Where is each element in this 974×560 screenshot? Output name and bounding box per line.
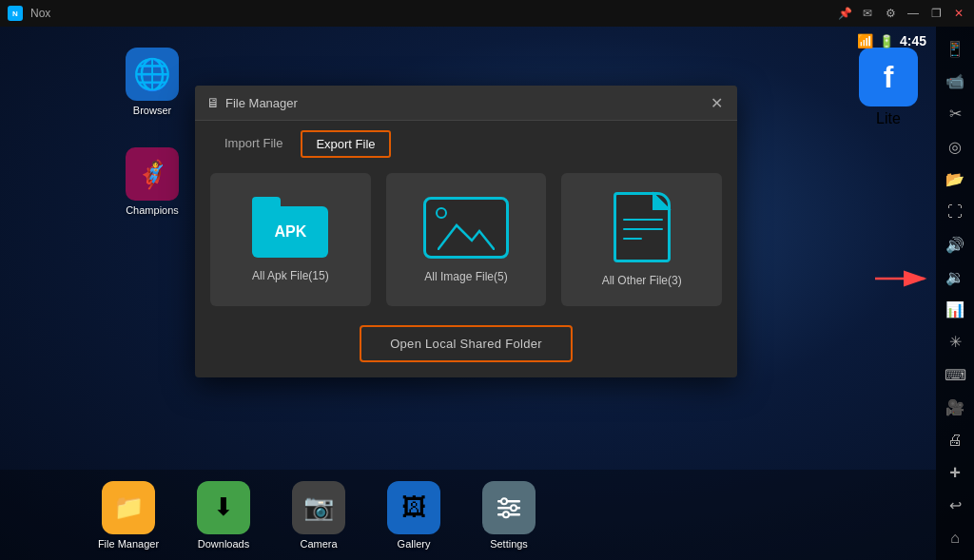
right-sidebar: 📱 📹 ✂ ◎ 📂 ⛶ 🔊 🔉 📊 ✳ ⌨ 🎥 🖨 + ↩ ⌂: [936, 27, 974, 560]
dialog-tabs: Import File Export File: [195, 121, 737, 158]
facebook-lite-label: Lite: [876, 110, 901, 127]
svg-point-6: [511, 505, 516, 511]
category-image[interactable]: All Image File(5): [386, 173, 547, 306]
close-button[interactable]: ✕: [951, 6, 966, 21]
tab-import[interactable]: Import File: [210, 130, 297, 158]
sidebar-keyboard-icon[interactable]: ⌨: [938, 360, 972, 389]
sidebar-home-icon[interactable]: ⌂: [938, 524, 972, 552]
browser-label: Browser: [133, 105, 171, 116]
tab-export[interactable]: Export File: [301, 130, 390, 158]
sidebar-record-icon[interactable]: 📹: [938, 67, 972, 95]
arrow-indicator: [875, 267, 932, 294]
dialog-content: APK All Apk File(15) All Image File(5): [195, 158, 737, 377]
dock-icon-camera[interactable]: 📷 Camera: [285, 481, 352, 550]
image-file-count: All Image File(5): [424, 270, 507, 283]
status-bar: 📶 🔋 4:45: [847, 27, 936, 55]
category-other[interactable]: All Other File(3): [561, 173, 722, 306]
champions-icon-img: 🦸: [126, 147, 179, 201]
titlebar: N Nox 📌 ✉ ⚙ — ❐ ✕: [0, 0, 974, 27]
sidebar-chart-icon[interactable]: 📊: [938, 296, 972, 324]
file-manager-dock-label: File Manager: [98, 538, 159, 550]
sidebar-expand-icon[interactable]: ⛶: [938, 198, 972, 226]
file-manager-dialog[interactable]: 🖥 File Manager ✕ Import File Export File…: [195, 86, 737, 377]
sidebar-camera-ctrl-icon[interactable]: 🎥: [938, 393, 972, 421]
other-file-count: All Other File(3): [602, 274, 682, 287]
bottom-dock: 📁 File Manager ⬇ Downloads 📷 Camera 🖼 Ga…: [0, 470, 936, 560]
camera-dock-icon: 📷: [292, 481, 345, 534]
window-controls: 📌 ✉ ⚙ — ❐ ✕: [837, 6, 966, 21]
other-file-line3: [623, 238, 642, 240]
sidebar-add-icon[interactable]: +: [938, 458, 972, 487]
file-manager-dock-icon: 📁: [102, 481, 155, 534]
sidebar-printer-icon[interactable]: 🖨: [938, 426, 972, 454]
svg-point-7: [503, 512, 509, 517]
app-logo: N Nox: [8, 6, 50, 21]
camera-dock-label: Camera: [300, 538, 337, 550]
other-file-icon: [614, 192, 671, 262]
sidebar-loading-icon[interactable]: ✳: [938, 328, 972, 357]
dock-icon-settings[interactable]: Settings: [476, 481, 542, 550]
sidebar-screenshot-icon[interactable]: ✂: [938, 100, 972, 128]
gallery-dock-label: Gallery: [398, 538, 431, 550]
browser-icon-img: 🌐: [126, 48, 179, 101]
file-categories: APK All Apk File(15) All Image File(5): [210, 173, 722, 306]
message-button[interactable]: ✉: [860, 6, 875, 21]
champions-label: Champions: [126, 204, 179, 216]
facebook-lite-icon[interactable]: f Lite: [855, 48, 922, 127]
dialog-titlebar: 🖥 File Manager ✕: [195, 86, 737, 121]
sidebar-phone-icon[interactable]: 📱: [938, 34, 972, 63]
nox-icon: N: [8, 6, 23, 21]
sidebar-back-icon[interactable]: ↩: [938, 491, 972, 519]
sidebar-volume-up-icon[interactable]: 🔊: [938, 230, 972, 259]
dialog-title-text: File Manager: [225, 96, 707, 110]
dock-icon-gallery[interactable]: 🖼 Gallery: [380, 481, 447, 550]
dock-icon-file-manager[interactable]: 📁 File Manager: [95, 481, 162, 550]
dialog-close-button[interactable]: ✕: [707, 93, 726, 112]
app-title: Nox: [30, 7, 50, 20]
downloads-dock-icon: ⬇: [197, 481, 250, 534]
dock-icon-downloads[interactable]: ⬇ Downloads: [190, 481, 257, 550]
settings-dock-label: Settings: [490, 538, 528, 550]
folder-body: APK: [252, 206, 328, 258]
downloads-dock-label: Downloads: [198, 538, 249, 550]
category-apk[interactable]: APK All Apk File(15): [210, 173, 371, 306]
apk-label-inner: APK: [252, 206, 328, 258]
restore-button[interactable]: ❐: [928, 6, 944, 21]
battery-icon: 🔋: [879, 34, 894, 48]
other-file-line1: [623, 219, 663, 221]
settings-button[interactable]: ⚙: [883, 6, 898, 21]
apk-file-count: All Apk File(15): [252, 269, 329, 282]
desktop-icon-champions[interactable]: 🦸 Champions: [114, 147, 190, 216]
image-file-icon: [423, 197, 509, 259]
dialog-title-icon: 🖥: [206, 95, 220, 110]
wifi-icon: 📶: [857, 33, 873, 48]
sidebar-folder-icon[interactable]: 📂: [938, 164, 972, 193]
svg-point-5: [501, 498, 507, 504]
apk-folder-icon: APK: [252, 197, 328, 258]
gallery-dock-icon: 🖼: [387, 481, 440, 534]
clock: 4:45: [900, 33, 926, 48]
desktop-icon-browser[interactable]: 🌐 Browser: [114, 48, 190, 116]
other-file-line2: [623, 228, 663, 230]
open-local-folder-button[interactable]: Open Local Shared Folder: [360, 325, 573, 362]
sidebar-volume-down-icon[interactable]: 🔉: [938, 262, 972, 291]
minimize-button[interactable]: —: [906, 6, 921, 21]
image-mountain-svg: [438, 216, 495, 250]
sidebar-target-icon[interactable]: ◎: [938, 132, 972, 161]
settings-dock-icon: [482, 481, 536, 534]
pin-button[interactable]: 📌: [837, 6, 852, 21]
